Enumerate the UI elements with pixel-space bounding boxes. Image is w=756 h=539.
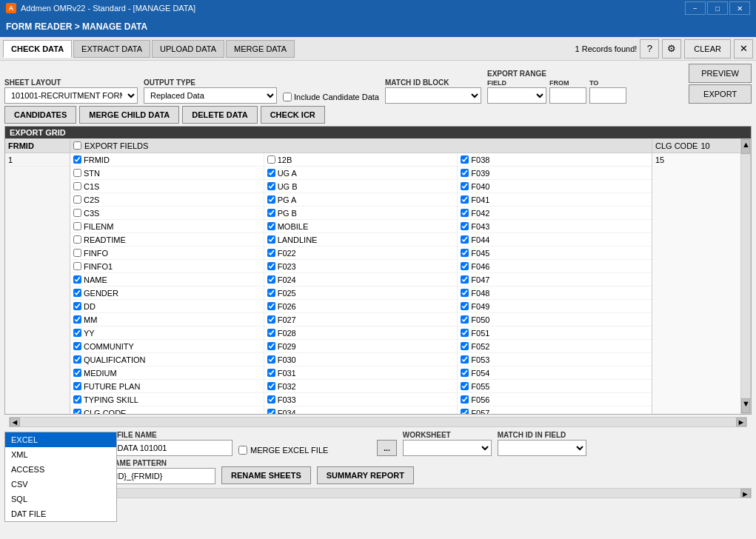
field-checkbox[interactable]: [73, 342, 81, 350]
export-field-select[interactable]: [487, 87, 546, 104]
field-checkbox[interactable]: [267, 329, 275, 337]
scroll-right-button[interactable]: ►: [736, 418, 746, 426]
horizontal-scrollbar[interactable]: ◄ ►: [9, 417, 747, 427]
field-checkbox[interactable]: [73, 395, 81, 404]
field-checkbox[interactable]: [461, 169, 469, 177]
minimize-button[interactable]: −: [685, 1, 706, 15]
bottom-scroll-right[interactable]: ►: [740, 489, 751, 498]
field-checkbox[interactable]: [461, 222, 469, 230]
field-checkbox[interactable]: [267, 369, 275, 377]
sheet-layout-select[interactable]: 101001-RECRUITMENT FORM: [4, 87, 138, 104]
field-checkbox[interactable]: [461, 342, 469, 350]
field-checkbox[interactable]: [461, 182, 469, 190]
field-checkbox[interactable]: [267, 222, 275, 230]
dropdown-item-sql[interactable]: SQL: [5, 492, 116, 506]
merge-excel-checkbox[interactable]: [238, 446, 247, 455]
export-button[interactable]: EXPORT: [689, 84, 752, 104]
field-checkbox[interactable]: [73, 302, 81, 310]
delete-data-button[interactable]: DELETE DATA: [182, 106, 257, 124]
field-checkbox[interactable]: [73, 382, 81, 390]
field-checkbox[interactable]: [267, 249, 275, 257]
to-input[interactable]: [589, 87, 626, 104]
field-checkbox[interactable]: [461, 262, 469, 270]
worksheet-select[interactable]: [403, 440, 492, 456]
field-checkbox[interactable]: [267, 315, 275, 324]
field-checkbox[interactable]: [461, 395, 469, 404]
field-checkbox[interactable]: [73, 262, 81, 270]
field-checkbox[interactable]: [267, 155, 275, 164]
tab-check-data[interactable]: CHECK DATA: [3, 40, 72, 58]
field-checkbox[interactable]: [267, 382, 275, 390]
scroll-left-button[interactable]: ◄: [10, 418, 20, 426]
field-checkbox[interactable]: [267, 195, 275, 204]
dropdown-item-xml[interactable]: XML: [5, 447, 116, 462]
scroll-down-button[interactable]: ▼: [741, 398, 750, 413]
export-all-checkbox[interactable]: [73, 141, 81, 150]
dropdown-item-access[interactable]: ACCESS: [5, 462, 116, 477]
field-checkbox[interactable]: [267, 409, 275, 414]
field-checkbox[interactable]: [267, 262, 275, 270]
maximize-button[interactable]: □: [707, 1, 728, 15]
field-checkbox[interactable]: [267, 395, 275, 404]
help-button[interactable]: ?: [640, 39, 659, 58]
field-checkbox[interactable]: [461, 155, 469, 164]
field-checkbox[interactable]: [73, 289, 81, 297]
field-checkbox[interactable]: [461, 302, 469, 310]
field-checkbox[interactable]: [73, 209, 81, 217]
field-checkbox[interactable]: [73, 315, 81, 324]
field-checkbox[interactable]: [267, 182, 275, 190]
window-close-button[interactable]: ✕: [729, 1, 750, 15]
settings-button[interactable]: ⚙: [662, 39, 681, 58]
tab-upload-data[interactable]: UPLOAD DATA: [152, 40, 224, 58]
field-checkbox[interactable]: [267, 275, 275, 284]
vertical-scrollbar[interactable]: ▲ ▼: [740, 138, 751, 414]
preview-button[interactable]: PREVIEW: [689, 64, 752, 83]
field-checkbox[interactable]: [73, 249, 81, 257]
field-checkbox[interactable]: [461, 195, 469, 204]
field-checkbox[interactable]: [461, 355, 469, 364]
field-checkbox[interactable]: [267, 355, 275, 364]
field-checkbox[interactable]: [461, 369, 469, 377]
field-checkbox[interactable]: [73, 329, 81, 337]
field-checkbox[interactable]: [461, 315, 469, 324]
merge-child-data-button[interactable]: MERGE CHILD DATA: [79, 106, 179, 124]
field-checkbox[interactable]: [73, 169, 81, 177]
check-icr-button[interactable]: CHECK ICR: [261, 106, 325, 124]
field-checkbox[interactable]: [73, 195, 81, 204]
field-checkbox[interactable]: [267, 235, 275, 244]
dropdown-item-csv[interactable]: CSV: [5, 477, 116, 492]
field-checkbox[interactable]: [73, 222, 81, 230]
field-checkbox[interactable]: [461, 235, 469, 244]
candidates-button[interactable]: CANDIDATES: [4, 106, 76, 124]
field-checkbox[interactable]: [461, 409, 469, 414]
field-checkbox[interactable]: [267, 169, 275, 177]
field-checkbox[interactable]: [267, 289, 275, 297]
field-checkbox[interactable]: [73, 235, 81, 244]
field-checkbox[interactable]: [73, 155, 81, 164]
field-checkbox[interactable]: [73, 275, 81, 284]
tab-extract-data[interactable]: EXTRACT DATA: [73, 40, 150, 58]
match-id-in-field-select[interactable]: [498, 440, 586, 456]
include-candidate-checkbox[interactable]: Include Candidate Data: [283, 93, 379, 101]
field-checkbox[interactable]: [73, 369, 81, 377]
scroll-up-button[interactable]: ▲: [741, 139, 750, 154]
dropdown-item-datfile[interactable]: DAT FILE: [5, 506, 116, 521]
output-type-select[interactable]: Replaced Data: [144, 87, 277, 104]
field-checkbox[interactable]: [461, 209, 469, 217]
field-checkbox[interactable]: [461, 382, 469, 390]
field-checkbox[interactable]: [73, 409, 81, 414]
field-checkbox[interactable]: [461, 329, 469, 337]
close-panel-button[interactable]: ✕: [734, 39, 753, 58]
rename-sheets-button[interactable]: RENAME SHEETS: [221, 466, 311, 484]
field-checkbox[interactable]: [73, 182, 81, 190]
field-checkbox[interactable]: [461, 289, 469, 297]
field-checkbox[interactable]: [461, 249, 469, 257]
field-checkbox[interactable]: [267, 209, 275, 217]
field-checkbox[interactable]: [267, 302, 275, 310]
browse-button[interactable]: ...: [377, 440, 396, 456]
summary-report-button[interactable]: SUMMARY REPORT: [317, 466, 414, 484]
field-checkbox[interactable]: [73, 355, 81, 364]
match-id-select[interactable]: [385, 87, 481, 104]
from-input[interactable]: [549, 87, 586, 104]
tab-merge-data[interactable]: MERGE DATA: [226, 40, 295, 58]
